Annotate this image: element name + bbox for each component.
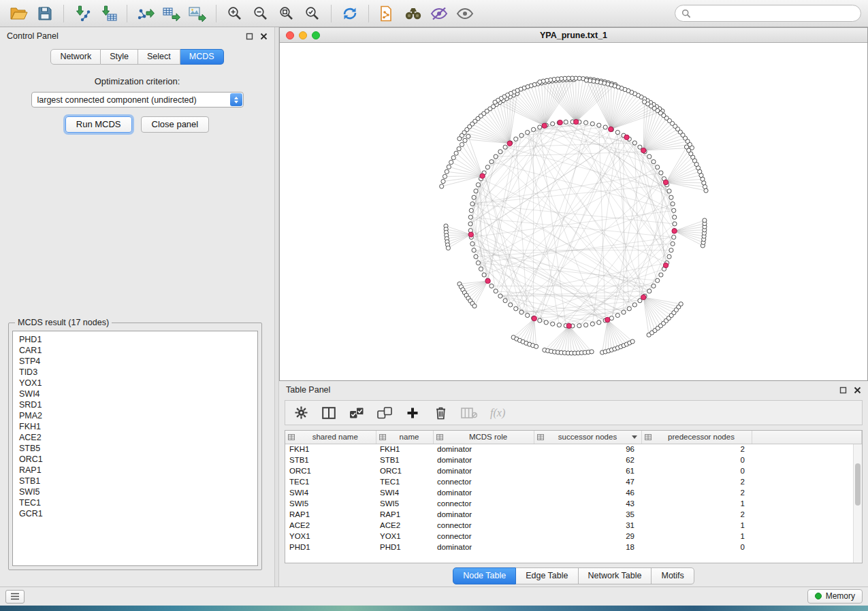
tab-motifs[interactable]: Motifs	[652, 567, 694, 584]
global-search[interactable]	[675, 5, 861, 22]
mcds-result-item[interactable]: FKH1	[19, 421, 257, 432]
tab-network[interactable]: Network	[50, 49, 101, 65]
mcds-result-item[interactable]: CAR1	[19, 345, 257, 356]
open-document-share-icon	[379, 5, 396, 22]
open-document-share-button[interactable]	[375, 3, 400, 24]
search-input[interactable]	[695, 9, 854, 18]
hide-graphics-details-button[interactable]	[427, 3, 451, 24]
table-scrollbar[interactable]	[853, 444, 862, 563]
mcds-result-item[interactable]: STB1	[19, 476, 257, 486]
add-column-button[interactable]	[405, 403, 420, 423]
table-row[interactable]: YOX1YOX1connector291	[285, 531, 862, 542]
toolbar-separator	[63, 5, 64, 22]
mcds-result-item[interactable]: TEC1	[19, 497, 257, 508]
tab-node-table[interactable]: Node Table	[453, 567, 516, 584]
column-header-mcds-role[interactable]: MCDS role	[433, 431, 534, 444]
mcds-result-list[interactable]: PHD1CAR1STP4TID3YOX1SWI4SRD1PMA2FKH1ACE2…	[12, 331, 258, 566]
table-cell: PHD1	[376, 542, 433, 552]
float-panel-button[interactable]	[839, 386, 847, 394]
table-row[interactable]: ORC1ORC1dominator610	[285, 465, 862, 476]
export-network-button[interactable]	[133, 3, 158, 24]
table-cell-filler	[752, 465, 862, 476]
save-icon	[37, 6, 52, 21]
table-row[interactable]: PHD1PHD1dominator180	[285, 542, 862, 552]
close-panel-button[interactable]	[854, 386, 861, 394]
close-window-icon[interactable]	[286, 31, 294, 39]
mcds-result-item[interactable]: SWI5	[19, 486, 257, 497]
vertical-splitter[interactable]	[274, 27, 279, 587]
table-row[interactable]: SWI4SWI4dominator462	[285, 487, 862, 498]
mcds-result-item[interactable]: TID3	[19, 367, 257, 378]
table-row[interactable]: RAP1RAP1dominator352	[285, 509, 862, 520]
table-cell: ACE2	[376, 520, 433, 531]
panel-toggle-button[interactable]	[5, 590, 25, 604]
network-canvas[interactable]	[280, 43, 867, 380]
criterion-dropdown[interactable]: largest connected component (undirected)	[31, 92, 244, 108]
mcds-result-item[interactable]: STP4	[19, 356, 257, 367]
column-header-name[interactable]: name	[376, 431, 433, 444]
minimize-window-icon[interactable]	[299, 31, 307, 39]
network-window-titlebar[interactable]: YPA_prune.txt_1	[280, 28, 867, 43]
mcds-result-item[interactable]: PMA2	[19, 410, 257, 421]
zoom-selected-button[interactable]	[300, 3, 325, 24]
maximize-window-icon[interactable]	[312, 31, 320, 39]
mcds-result-item[interactable]: GCR1	[19, 508, 257, 519]
table-cell: 2	[641, 444, 752, 455]
hide-column-button[interactable]	[461, 403, 477, 423]
table-cell: dominator	[433, 509, 534, 520]
mcds-result-item[interactable]: SWI4	[19, 389, 257, 399]
export-image-button[interactable]	[185, 3, 210, 24]
tab-mcds[interactable]: MCDS	[180, 49, 224, 65]
table-row[interactable]: ACE2ACE2connector311	[285, 520, 862, 531]
scrollbar-thumb[interactable]	[855, 463, 861, 506]
tab-edge-table[interactable]: Edge Table	[516, 567, 578, 584]
table-row[interactable]: STB1STB1dominator620	[285, 455, 862, 465]
tab-style[interactable]: Style	[101, 49, 138, 65]
float-panel-button[interactable]	[246, 33, 253, 40]
import-table-button[interactable]	[96, 3, 120, 24]
search-network-button[interactable]	[401, 3, 425, 24]
mcds-result-item[interactable]: PHD1	[19, 334, 257, 345]
show-graphics-details-button[interactable]	[453, 3, 477, 24]
import-network-button[interactable]	[70, 3, 95, 24]
save-button[interactable]	[33, 3, 57, 24]
column-header-successor-nodes[interactable]: successor nodes	[534, 431, 641, 444]
tab-select[interactable]: Select	[138, 49, 180, 65]
refresh-button[interactable]	[338, 3, 362, 24]
table-row[interactable]: SWI5SWI5connector431	[285, 498, 862, 509]
node-table-container: shared name name MCDS role successor nod…	[285, 430, 863, 563]
mcds-result-item[interactable]: YOX1	[19, 378, 257, 389]
select-all-button[interactable]	[349, 403, 364, 423]
table-row[interactable]: FKH1FKH1dominator962	[285, 444, 862, 455]
run-mcds-button[interactable]: Run MCDS	[65, 116, 132, 133]
table-cell: 1	[641, 498, 752, 509]
close-panel-action-button[interactable]: Close panel	[141, 116, 210, 133]
tab-network-table[interactable]: Network Table	[579, 567, 652, 584]
zoom-out-button[interactable]	[248, 3, 273, 24]
column-header-predecessor-nodes[interactable]: predecessor nodes	[641, 431, 752, 444]
mcds-result-item[interactable]: SRD1	[19, 399, 257, 410]
mcds-result-item[interactable]: ORC1	[19, 454, 257, 465]
export-table-button[interactable]	[159, 3, 184, 24]
node-table[interactable]: shared name name MCDS role successor nod…	[285, 431, 862, 552]
table-toolbar: f(x)	[285, 400, 863, 425]
table-settings-button[interactable]	[293, 403, 308, 423]
table-cell: 43	[534, 498, 641, 509]
mcds-result-item[interactable]: ACE2	[19, 432, 257, 443]
show-columns-button[interactable]	[321, 403, 336, 423]
table-cell: TEC1	[376, 476, 433, 487]
table-row[interactable]: TEC1TEC1connector472	[285, 476, 862, 487]
function-builder-button[interactable]: f(x)	[490, 403, 505, 423]
mcds-result-item[interactable]: STB5	[19, 443, 257, 454]
memory-button[interactable]: Memory	[807, 589, 863, 604]
open-folder-button[interactable]	[7, 3, 31, 24]
table-cell: 62	[534, 455, 641, 465]
deselect-all-button[interactable]	[377, 403, 392, 423]
table-cell-filler	[752, 542, 862, 552]
mcds-result-item[interactable]: RAP1	[19, 465, 257, 476]
delete-column-button[interactable]	[433, 403, 448, 423]
column-header-shared-name[interactable]: shared name	[285, 431, 376, 444]
close-panel-button[interactable]	[260, 33, 268, 40]
zoom-fit-button[interactable]	[274, 3, 299, 24]
zoom-in-button[interactable]	[223, 3, 247, 24]
